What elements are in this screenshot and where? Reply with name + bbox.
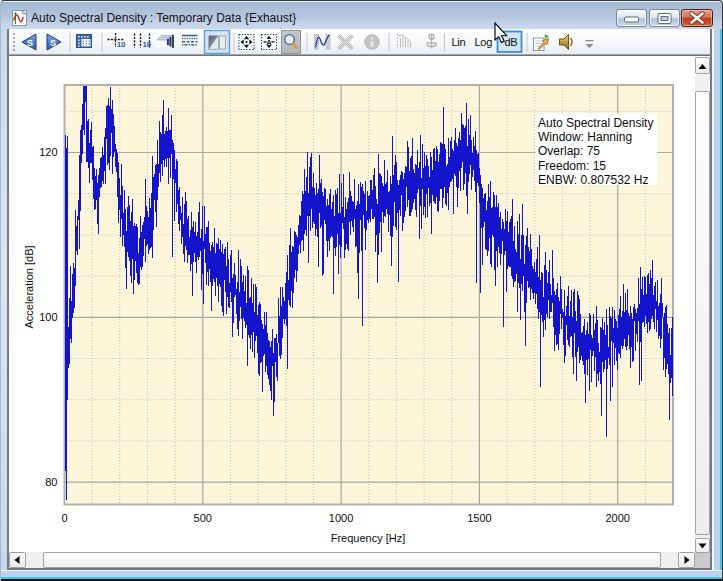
svg-text:10: 10 — [117, 40, 125, 49]
svg-text:500: 500 — [194, 512, 212, 524]
svg-text:Window: Hanning: Window: Hanning — [538, 130, 632, 144]
svg-text:S: S — [50, 38, 56, 48]
svg-text:Acceleration [dB]: Acceleration [dB] — [23, 245, 35, 328]
svg-text:Log: Log — [475, 36, 493, 48]
svg-text:dB: dB — [505, 36, 518, 48]
svg-text:Freedom: 15: Freedom: 15 — [538, 159, 606, 173]
svg-text:S: S — [27, 38, 33, 48]
svg-text:Auto Spectral Density: Auto Spectral Density — [538, 116, 653, 130]
svg-text:80: 80 — [45, 476, 57, 488]
svg-text:120: 120 — [39, 146, 57, 158]
svg-text:Frequency [Hz]: Frequency [Hz] — [331, 532, 406, 544]
svg-text:Overlap: 75: Overlap: 75 — [538, 144, 600, 158]
svg-text:10: 10 — [143, 40, 151, 49]
svg-text:1500: 1500 — [467, 512, 491, 524]
svg-text:ENBW: 0.807532 Hz: ENBW: 0.807532 Hz — [538, 173, 649, 187]
svg-text:1000: 1000 — [329, 512, 353, 524]
svg-text:2000: 2000 — [605, 512, 629, 524]
svg-text:0: 0 — [61, 512, 67, 524]
svg-text:A: A — [266, 38, 272, 47]
svg-text:Lin: Lin — [452, 36, 466, 48]
svg-text:100: 100 — [39, 311, 57, 323]
